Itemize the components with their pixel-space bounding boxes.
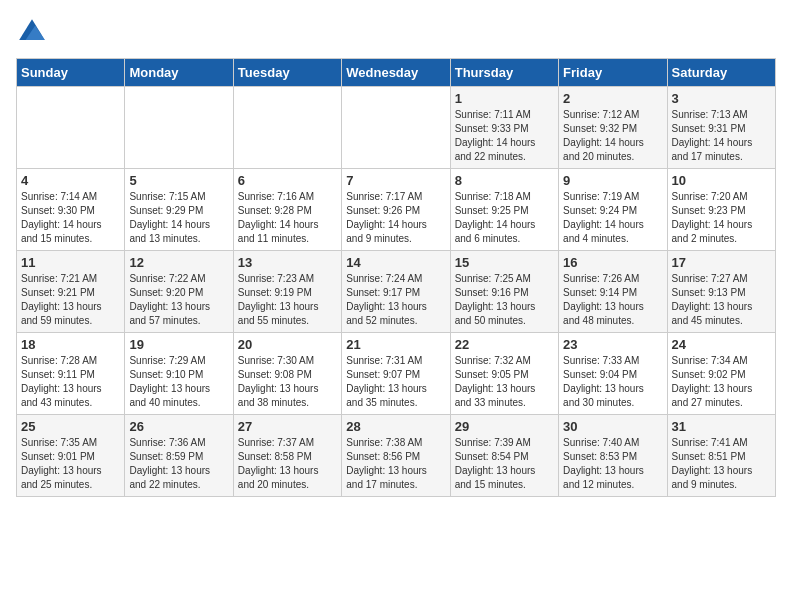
day-cell: 23Sunrise: 7:33 AM Sunset: 9:04 PM Dayli… [559, 333, 667, 415]
day-number: 27 [238, 419, 337, 434]
day-info: Sunrise: 7:13 AM Sunset: 9:31 PM Dayligh… [672, 108, 771, 164]
day-cell: 4Sunrise: 7:14 AM Sunset: 9:30 PM Daylig… [17, 169, 125, 251]
day-number: 16 [563, 255, 662, 270]
day-info: Sunrise: 7:40 AM Sunset: 8:53 PM Dayligh… [563, 436, 662, 492]
day-info: Sunrise: 7:35 AM Sunset: 9:01 PM Dayligh… [21, 436, 120, 492]
header-cell-thursday: Thursday [450, 59, 558, 87]
day-number: 12 [129, 255, 228, 270]
day-info: Sunrise: 7:19 AM Sunset: 9:24 PM Dayligh… [563, 190, 662, 246]
day-info: Sunrise: 7:24 AM Sunset: 9:17 PM Dayligh… [346, 272, 445, 328]
week-row-1: 1Sunrise: 7:11 AM Sunset: 9:33 PM Daylig… [17, 87, 776, 169]
day-cell: 7Sunrise: 7:17 AM Sunset: 9:26 PM Daylig… [342, 169, 450, 251]
header-cell-tuesday: Tuesday [233, 59, 341, 87]
day-cell: 14Sunrise: 7:24 AM Sunset: 9:17 PM Dayli… [342, 251, 450, 333]
week-row-2: 4Sunrise: 7:14 AM Sunset: 9:30 PM Daylig… [17, 169, 776, 251]
day-info: Sunrise: 7:20 AM Sunset: 9:23 PM Dayligh… [672, 190, 771, 246]
day-number: 17 [672, 255, 771, 270]
day-info: Sunrise: 7:25 AM Sunset: 9:16 PM Dayligh… [455, 272, 554, 328]
day-cell: 28Sunrise: 7:38 AM Sunset: 8:56 PM Dayli… [342, 415, 450, 497]
day-number: 6 [238, 173, 337, 188]
day-number: 18 [21, 337, 120, 352]
day-info: Sunrise: 7:31 AM Sunset: 9:07 PM Dayligh… [346, 354, 445, 410]
day-cell [125, 87, 233, 169]
day-info: Sunrise: 7:21 AM Sunset: 9:21 PM Dayligh… [21, 272, 120, 328]
day-cell: 15Sunrise: 7:25 AM Sunset: 9:16 PM Dayli… [450, 251, 558, 333]
day-number: 9 [563, 173, 662, 188]
day-number: 4 [21, 173, 120, 188]
day-number: 30 [563, 419, 662, 434]
header-row: SundayMondayTuesdayWednesdayThursdayFrid… [17, 59, 776, 87]
day-cell: 31Sunrise: 7:41 AM Sunset: 8:51 PM Dayli… [667, 415, 775, 497]
header-cell-wednesday: Wednesday [342, 59, 450, 87]
day-number: 7 [346, 173, 445, 188]
day-cell [17, 87, 125, 169]
day-number: 20 [238, 337, 337, 352]
day-number: 14 [346, 255, 445, 270]
header-cell-friday: Friday [559, 59, 667, 87]
day-info: Sunrise: 7:23 AM Sunset: 9:19 PM Dayligh… [238, 272, 337, 328]
day-number: 21 [346, 337, 445, 352]
day-cell: 3Sunrise: 7:13 AM Sunset: 9:31 PM Daylig… [667, 87, 775, 169]
day-info: Sunrise: 7:22 AM Sunset: 9:20 PM Dayligh… [129, 272, 228, 328]
week-row-3: 11Sunrise: 7:21 AM Sunset: 9:21 PM Dayli… [17, 251, 776, 333]
day-cell: 9Sunrise: 7:19 AM Sunset: 9:24 PM Daylig… [559, 169, 667, 251]
header-cell-saturday: Saturday [667, 59, 775, 87]
day-info: Sunrise: 7:12 AM Sunset: 9:32 PM Dayligh… [563, 108, 662, 164]
day-info: Sunrise: 7:38 AM Sunset: 8:56 PM Dayligh… [346, 436, 445, 492]
day-cell: 24Sunrise: 7:34 AM Sunset: 9:02 PM Dayli… [667, 333, 775, 415]
day-info: Sunrise: 7:18 AM Sunset: 9:25 PM Dayligh… [455, 190, 554, 246]
day-cell: 27Sunrise: 7:37 AM Sunset: 8:58 PM Dayli… [233, 415, 341, 497]
day-number: 19 [129, 337, 228, 352]
calendar-header: SundayMondayTuesdayWednesdayThursdayFrid… [17, 59, 776, 87]
day-number: 26 [129, 419, 228, 434]
day-cell: 5Sunrise: 7:15 AM Sunset: 9:29 PM Daylig… [125, 169, 233, 251]
week-row-4: 18Sunrise: 7:28 AM Sunset: 9:11 PM Dayli… [17, 333, 776, 415]
day-cell: 20Sunrise: 7:30 AM Sunset: 9:08 PM Dayli… [233, 333, 341, 415]
day-number: 1 [455, 91, 554, 106]
day-number: 29 [455, 419, 554, 434]
page-header [16, 16, 776, 48]
day-info: Sunrise: 7:37 AM Sunset: 8:58 PM Dayligh… [238, 436, 337, 492]
day-info: Sunrise: 7:14 AM Sunset: 9:30 PM Dayligh… [21, 190, 120, 246]
day-number: 5 [129, 173, 228, 188]
day-cell: 2Sunrise: 7:12 AM Sunset: 9:32 PM Daylig… [559, 87, 667, 169]
day-info: Sunrise: 7:15 AM Sunset: 9:29 PM Dayligh… [129, 190, 228, 246]
day-cell: 19Sunrise: 7:29 AM Sunset: 9:10 PM Dayli… [125, 333, 233, 415]
day-cell: 8Sunrise: 7:18 AM Sunset: 9:25 PM Daylig… [450, 169, 558, 251]
day-cell: 30Sunrise: 7:40 AM Sunset: 8:53 PM Dayli… [559, 415, 667, 497]
day-info: Sunrise: 7:29 AM Sunset: 9:10 PM Dayligh… [129, 354, 228, 410]
day-cell: 10Sunrise: 7:20 AM Sunset: 9:23 PM Dayli… [667, 169, 775, 251]
day-cell: 6Sunrise: 7:16 AM Sunset: 9:28 PM Daylig… [233, 169, 341, 251]
day-number: 11 [21, 255, 120, 270]
day-info: Sunrise: 7:32 AM Sunset: 9:05 PM Dayligh… [455, 354, 554, 410]
day-number: 22 [455, 337, 554, 352]
day-info: Sunrise: 7:28 AM Sunset: 9:11 PM Dayligh… [21, 354, 120, 410]
day-cell: 21Sunrise: 7:31 AM Sunset: 9:07 PM Dayli… [342, 333, 450, 415]
day-cell: 1Sunrise: 7:11 AM Sunset: 9:33 PM Daylig… [450, 87, 558, 169]
day-info: Sunrise: 7:11 AM Sunset: 9:33 PM Dayligh… [455, 108, 554, 164]
header-cell-monday: Monday [125, 59, 233, 87]
day-cell [233, 87, 341, 169]
day-cell: 25Sunrise: 7:35 AM Sunset: 9:01 PM Dayli… [17, 415, 125, 497]
day-number: 8 [455, 173, 554, 188]
day-info: Sunrise: 7:41 AM Sunset: 8:51 PM Dayligh… [672, 436, 771, 492]
header-cell-sunday: Sunday [17, 59, 125, 87]
day-cell: 13Sunrise: 7:23 AM Sunset: 9:19 PM Dayli… [233, 251, 341, 333]
day-info: Sunrise: 7:16 AM Sunset: 9:28 PM Dayligh… [238, 190, 337, 246]
logo-icon [16, 16, 48, 48]
day-number: 23 [563, 337, 662, 352]
day-number: 10 [672, 173, 771, 188]
day-cell: 11Sunrise: 7:21 AM Sunset: 9:21 PM Dayli… [17, 251, 125, 333]
day-cell: 22Sunrise: 7:32 AM Sunset: 9:05 PM Dayli… [450, 333, 558, 415]
day-cell: 18Sunrise: 7:28 AM Sunset: 9:11 PM Dayli… [17, 333, 125, 415]
logo [16, 16, 52, 48]
day-number: 31 [672, 419, 771, 434]
day-cell [342, 87, 450, 169]
day-info: Sunrise: 7:33 AM Sunset: 9:04 PM Dayligh… [563, 354, 662, 410]
day-info: Sunrise: 7:36 AM Sunset: 8:59 PM Dayligh… [129, 436, 228, 492]
day-info: Sunrise: 7:39 AM Sunset: 8:54 PM Dayligh… [455, 436, 554, 492]
day-number: 13 [238, 255, 337, 270]
day-info: Sunrise: 7:34 AM Sunset: 9:02 PM Dayligh… [672, 354, 771, 410]
day-info: Sunrise: 7:30 AM Sunset: 9:08 PM Dayligh… [238, 354, 337, 410]
day-cell: 29Sunrise: 7:39 AM Sunset: 8:54 PM Dayli… [450, 415, 558, 497]
